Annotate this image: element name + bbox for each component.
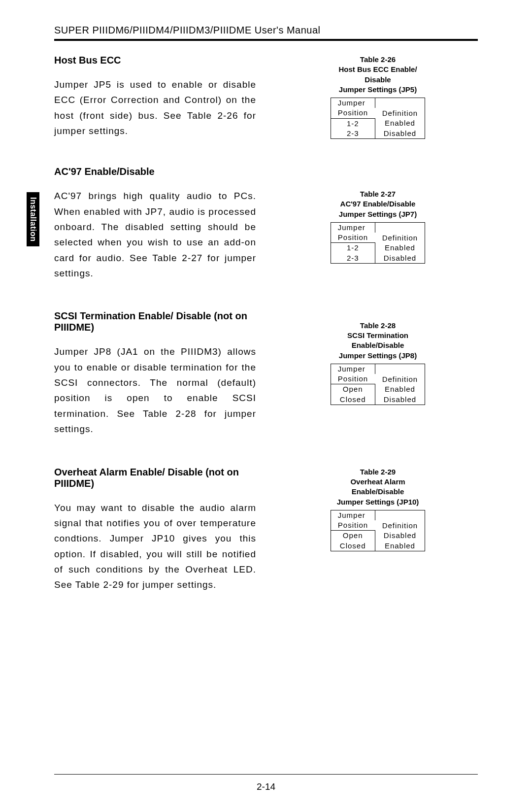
th: Jumper (331, 510, 375, 520)
td: Enabled (375, 541, 425, 551)
footer-rule (54, 774, 478, 775)
th: Definition (375, 510, 425, 531)
caption-line: Jumper Settings (JP5) (339, 85, 417, 94)
td: Closed (331, 541, 375, 551)
td: Enabled (375, 243, 425, 253)
td: 2-3 (331, 129, 375, 139)
section-body: Jumper JP5 is used to enable or disable … (54, 77, 256, 138)
table-caption: Table 2-29 Overheat Alarm Enable/Disable… (278, 467, 478, 507)
jumper-table: JumperDefinition Position 1-2Enabled 2-3… (331, 98, 425, 139)
section-title: Host Bus ECC (54, 55, 256, 66)
td: 1-2 (331, 118, 375, 129)
table-caption: Table 2-28 SCSI Termination Enable/Disab… (278, 321, 478, 361)
table-2-29: Table 2-29 Overheat Alarm Enable/Disable… (278, 467, 478, 551)
page: SUPER PIIIDM6/PIIIDM4/PIIIDM3/PIIIDME Us… (0, 0, 532, 812)
jumper-table: JumperDefinition Position OpenDisabled C… (331, 510, 425, 551)
caption-line: Enable/Disable (352, 341, 404, 349)
td: Disabled (375, 253, 425, 264)
caption-line: Jumper Settings (JP8) (339, 351, 417, 360)
caption-line: Enable/Disable (352, 487, 404, 496)
table-caption: Table 2-27 AC'97 Enable/Disable Jumper S… (278, 189, 478, 219)
section-title: SCSI Termination Enable/ Disable (not on… (54, 310, 256, 333)
content-area: Host Bus ECC Jumper JP5 is used to enabl… (54, 55, 478, 603)
section-overheat-alarm: Overheat Alarm Enable/ Disable (not on P… (54, 467, 256, 593)
caption-line: Host Bus ECC Enable/ (338, 65, 417, 73)
section-title: Overheat Alarm Enable/ Disable (not on P… (54, 467, 256, 489)
table-2-27: Table 2-27 AC'97 Enable/Disable Jumper S… (278, 189, 478, 264)
section-ac97: AC'97 Enable/Disable AC'97 brings high q… (54, 166, 256, 281)
th: Position (331, 374, 375, 384)
caption-line: Table 2-29 (360, 468, 396, 476)
section-scsi-termination: SCSI Termination Enable/ Disable (not on… (54, 310, 256, 437)
td: 1-2 (331, 243, 375, 253)
th: Jumper (331, 222, 375, 233)
th: Definition (375, 222, 425, 243)
section-body: Jumper JP8 (JA1 on the PIIIDM3) allows y… (54, 344, 256, 437)
caption-line: Table 2-27 (360, 190, 396, 198)
td: Enabled (375, 384, 425, 395)
left-column: Host Bus ECC Jumper JP5 is used to enabl… (54, 55, 256, 603)
caption-line: Table 2-26 (360, 55, 396, 64)
right-column: Table 2-26 Host Bus ECC Enable/ Disable … (273, 55, 478, 603)
th: Position (331, 520, 375, 531)
td: Disabled (375, 129, 425, 139)
caption-line: AC'97 Enable/Disable (340, 200, 416, 208)
section-title: AC'97 Enable/Disable (54, 166, 256, 177)
caption-line: Jumper Settings (JP10) (337, 498, 419, 506)
th: Definition (375, 364, 425, 384)
footer: 2-14 (54, 770, 478, 792)
td: 2-3 (331, 253, 375, 264)
th: Jumper (331, 364, 375, 374)
td: Enabled (375, 118, 425, 129)
jumper-table: JumperDefinition Position OpenEnabled Cl… (331, 364, 425, 405)
caption-line: Table 2-28 (360, 321, 396, 330)
table-2-26: Table 2-26 Host Bus ECC Enable/ Disable … (278, 55, 478, 139)
td: Open (331, 384, 375, 395)
td: Closed (331, 395, 375, 405)
th: Definition (375, 98, 425, 119)
th: Position (331, 108, 375, 118)
caption-line: Disable (365, 75, 391, 84)
td: Open (331, 531, 375, 541)
page-header: SUPER PIIIDM6/PIIIDM4/PIIIDM3/PIIIDME Us… (54, 25, 478, 41)
table-caption: Table 2-26 Host Bus ECC Enable/ Disable … (278, 55, 478, 95)
th: Position (331, 233, 375, 243)
th: Jumper (331, 98, 375, 108)
td: Disabled (375, 531, 425, 541)
side-tab-installation: Installation (27, 192, 39, 246)
page-number: 2-14 (54, 781, 478, 792)
caption-line: Overheat Alarm (350, 477, 405, 486)
section-body: You may want to disable the audio alarm … (54, 500, 256, 593)
caption-line: Jumper Settings (JP7) (339, 210, 417, 218)
td: Disabled (375, 395, 425, 405)
jumper-table: JumperDefinition Position 1-2Enabled 2-3… (331, 222, 425, 264)
section-body: AC'97 brings high quality audio to PCs. … (54, 188, 256, 281)
table-2-28: Table 2-28 SCSI Termination Enable/Disab… (278, 321, 478, 405)
caption-line: SCSI Termination (347, 331, 408, 339)
section-host-bus-ecc: Host Bus ECC Jumper JP5 is used to enabl… (54, 55, 256, 138)
